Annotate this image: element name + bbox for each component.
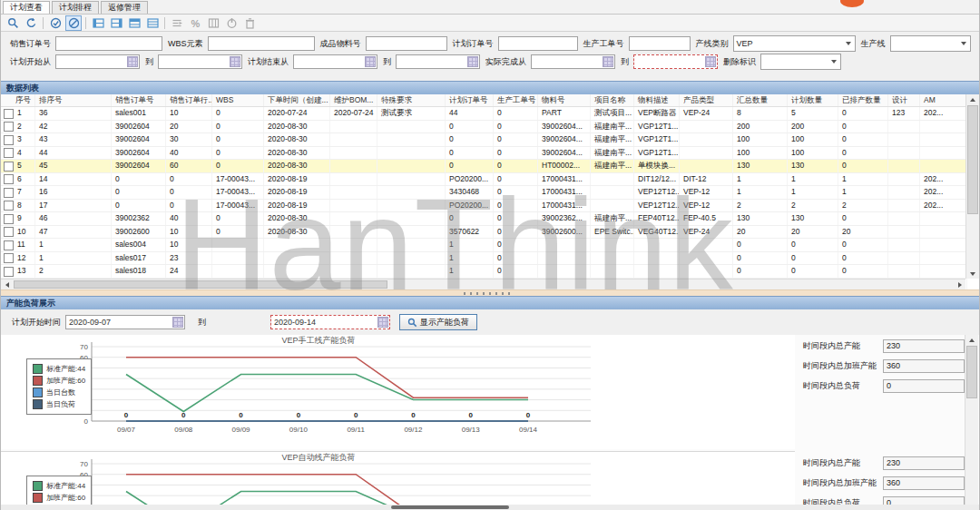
collapse-level-icon[interactable] xyxy=(144,15,161,31)
calendar-icon[interactable] xyxy=(230,56,240,67)
column-header[interactable]: 销售订单号 xyxy=(112,94,166,106)
row-checkbox[interactable] xyxy=(4,188,14,198)
column-header[interactable]: WBS xyxy=(212,94,264,106)
column-header[interactable]: 产品类型 xyxy=(680,94,733,106)
confirm-icon[interactable] xyxy=(47,15,64,31)
row-checkbox[interactable] xyxy=(4,240,14,250)
row-checkbox[interactable] xyxy=(4,109,14,119)
table-row[interactable]: 242390026042002020-08-300039002604...福建南… xyxy=(1,121,979,134)
calendar-icon[interactable] xyxy=(365,56,376,67)
column-header[interactable]: 排序号 xyxy=(35,94,112,106)
total-load-value[interactable]: 0 xyxy=(883,379,965,393)
row-checkbox[interactable] xyxy=(4,122,14,132)
splitter-handle[interactable] xyxy=(1,289,979,296)
plan-start-from-date[interactable] xyxy=(55,54,140,69)
expand-all-icon[interactable] xyxy=(90,15,106,31)
scroll-down-icon[interactable] xyxy=(966,269,978,279)
line-category-select[interactable]: VEP xyxy=(733,35,856,52)
column-header[interactable]: 设计 xyxy=(888,94,920,106)
total-capacity-value[interactable]: 230 xyxy=(883,456,965,470)
column-header[interactable]: 序号 xyxy=(1,94,35,106)
table-row[interactable]: 343390026043002020-08-300039002604...福建南… xyxy=(1,133,979,147)
column-header[interactable]: 特殊要求 xyxy=(377,94,446,106)
row-checkbox[interactable] xyxy=(4,253,14,263)
columns-icon[interactable] xyxy=(205,15,221,31)
table-row[interactable]: 111sales0041010000 xyxy=(1,239,979,252)
calendar-icon[interactable] xyxy=(127,56,138,67)
table-vertical-scrollbar[interactable] xyxy=(965,94,979,279)
column-header[interactable]: 计划数量 xyxy=(788,94,838,106)
tab-plan-schedule[interactable]: 计划排程 xyxy=(52,1,99,14)
total-capacity-value[interactable]: 230 xyxy=(883,339,965,353)
column-header[interactable]: 物料描述 xyxy=(634,94,680,106)
row-checkbox[interactable] xyxy=(4,135,14,145)
table-row[interactable]: 7160017-00043...2020-08-1934304680170004… xyxy=(1,186,979,200)
calendar-icon[interactable] xyxy=(467,56,478,67)
tab-repair-management[interactable]: 返修管理 xyxy=(101,1,148,14)
total-overtime-capacity-value[interactable]: 360 xyxy=(883,476,965,490)
row-checkbox[interactable] xyxy=(4,201,14,211)
calendar-icon[interactable] xyxy=(603,56,613,67)
plan-start-to-date[interactable] xyxy=(158,54,242,69)
list-arrow-icon[interactable] xyxy=(169,15,185,31)
column-header[interactable]: 物料号 xyxy=(538,94,591,106)
scroll-thumb[interactable] xyxy=(967,105,978,214)
scroll-left-icon[interactable] xyxy=(1,280,13,289)
scroll-up-icon[interactable] xyxy=(965,335,977,345)
row-checkbox[interactable] xyxy=(4,267,14,277)
finished-material-no-input[interactable] xyxy=(366,36,447,51)
forbid-icon[interactable] xyxy=(65,15,82,31)
scroll-up-icon[interactable] xyxy=(966,94,978,104)
show-capacity-button[interactable]: 显示产能负荷 xyxy=(399,314,477,330)
table-row[interactable]: 545390026046002020-08-3000HT00002...福建南平… xyxy=(1,160,979,173)
calendar-icon[interactable] xyxy=(377,317,388,328)
table-row[interactable]: 6140017-00043...2020-08-19PO20200...0170… xyxy=(1,173,979,187)
row-checkbox[interactable] xyxy=(4,162,14,172)
capacity-start-date[interactable]: 2020-09-07 xyxy=(65,315,185,329)
production-line-select[interactable] xyxy=(890,35,971,52)
capacity-end-date[interactable]: 2020-09-14 xyxy=(270,315,390,329)
search-icon[interactable] xyxy=(5,15,21,31)
table-row[interactable]: 444390026044002020-08-300039002604...福建南… xyxy=(1,147,979,161)
table-row[interactable]: 8170017-00043...2020-08-19PO20200...0170… xyxy=(1,200,979,213)
scroll-thumb[interactable] xyxy=(391,505,509,509)
scroll-thumb[interactable] xyxy=(14,280,387,289)
percent-icon[interactable]: % xyxy=(187,15,203,31)
region-vertical-scrollbar[interactable] xyxy=(965,335,978,510)
table-row[interactable]: 1047390026001002020-08-30357062203900260… xyxy=(1,226,979,240)
tab-plan-view[interactable]: 计划查看 xyxy=(3,1,50,14)
table-row[interactable]: 946390023624002020-08-300039002362...福建南… xyxy=(1,212,979,226)
column-header[interactable]: 已排产数量 xyxy=(838,94,888,106)
actual-finish-to-date[interactable] xyxy=(633,54,718,69)
column-header[interactable]: 下单时间（创建... xyxy=(264,94,330,106)
wbs-element-input[interactable] xyxy=(208,36,315,51)
collapse-all-icon[interactable] xyxy=(108,15,124,31)
power-icon[interactable] xyxy=(223,15,240,31)
total-overtime-capacity-value[interactable]: 360 xyxy=(883,359,965,373)
column-header[interactable]: 计划订单号 xyxy=(446,94,494,106)
plan-end-from-date[interactable] xyxy=(293,54,377,69)
expand-level-icon[interactable] xyxy=(126,15,142,31)
column-header[interactable]: 销售订单行... xyxy=(166,94,212,106)
table-row[interactable]: 132sales0182410000 xyxy=(1,265,979,279)
sales-order-no-input[interactable] xyxy=(55,36,162,51)
column-header[interactable]: 汇总数量 xyxy=(733,94,788,106)
plan-order-no-input[interactable] xyxy=(498,36,578,51)
row-checkbox[interactable] xyxy=(4,174,14,184)
column-header[interactable]: 维护BOM... xyxy=(330,94,377,106)
table-row[interactable]: 121sales0172310000 xyxy=(1,252,979,266)
scroll-right-icon[interactable] xyxy=(954,280,965,289)
calendar-icon[interactable] xyxy=(705,56,716,67)
prod-workorder-no-input[interactable] xyxy=(629,36,691,51)
table-horizontal-scrollbar[interactable] xyxy=(1,279,965,289)
table-row[interactable]: 136sales0011002020-07-242020-07-24测试要求44… xyxy=(1,107,979,121)
column-header[interactable]: AM xyxy=(920,94,967,106)
calendar-icon[interactable] xyxy=(172,317,183,328)
column-header[interactable]: 生产工单号 xyxy=(494,94,538,106)
refresh-icon[interactable] xyxy=(23,15,39,31)
plan-end-to-date[interactable] xyxy=(396,54,480,69)
actual-finish-from-date[interactable] xyxy=(531,54,615,69)
scroll-thumb[interactable] xyxy=(966,346,977,398)
row-checkbox[interactable] xyxy=(4,214,14,224)
row-checkbox[interactable] xyxy=(4,227,14,237)
